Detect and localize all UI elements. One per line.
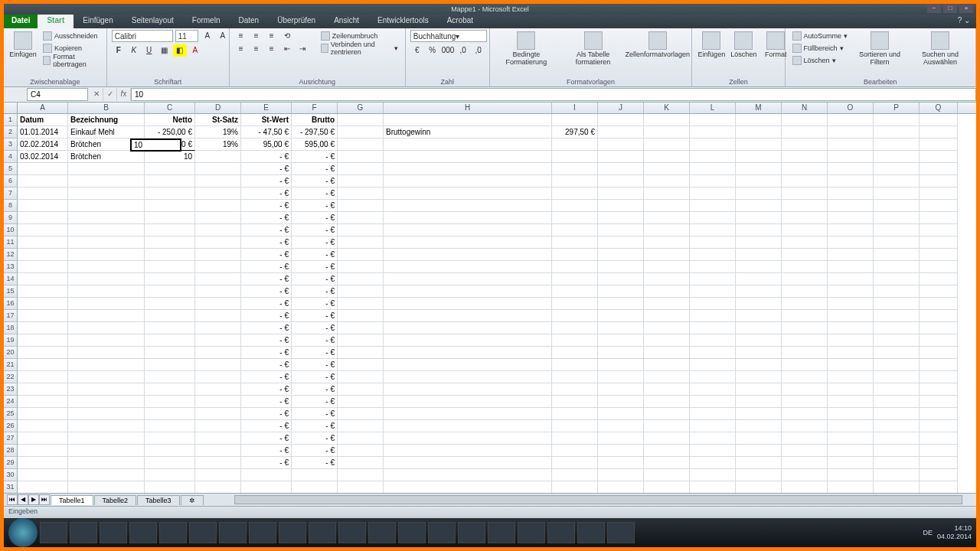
cell-L7[interactable] bbox=[690, 187, 736, 200]
cell-Q1[interactable] bbox=[920, 114, 958, 126]
cell-G23[interactable] bbox=[338, 383, 384, 396]
cell-C11[interactable] bbox=[145, 236, 195, 249]
cell-B5[interactable] bbox=[68, 163, 145, 175]
taskbar-app-icon[interactable] bbox=[338, 522, 366, 543]
cell-I28[interactable] bbox=[552, 445, 598, 457]
cell-N23[interactable] bbox=[782, 383, 828, 396]
cell-H15[interactable] bbox=[384, 285, 552, 298]
cell-E19[interactable]: - € bbox=[241, 334, 292, 347]
cell-N24[interactable] bbox=[782, 396, 828, 408]
cell-H13[interactable] bbox=[384, 261, 552, 273]
file-tab[interactable]: Datei bbox=[4, 15, 38, 28]
cell-E27[interactable]: - € bbox=[241, 432, 292, 445]
cell-P13[interactable] bbox=[874, 261, 920, 273]
cell-M30[interactable] bbox=[736, 469, 782, 481]
cell-F5[interactable]: - € bbox=[292, 163, 338, 175]
align-right-button[interactable]: ≡ bbox=[265, 43, 279, 55]
cell-E3[interactable]: 95,00 € bbox=[241, 139, 292, 151]
cell-D12[interactable] bbox=[195, 249, 241, 261]
cell-C4[interactable]: 10 bbox=[145, 151, 195, 163]
col-header-G[interactable]: G bbox=[338, 103, 384, 113]
cell-Q3[interactable] bbox=[920, 139, 958, 151]
cell-D15[interactable] bbox=[195, 285, 241, 298]
cell-D5[interactable] bbox=[195, 163, 241, 175]
cell-M29[interactable] bbox=[736, 457, 782, 469]
cell-G19[interactable] bbox=[338, 334, 384, 347]
cell-H21[interactable] bbox=[384, 359, 552, 371]
row-header[interactable]: 14 bbox=[4, 273, 18, 285]
cell-M12[interactable] bbox=[736, 249, 782, 261]
cell-F11[interactable]: - € bbox=[292, 236, 338, 249]
cell-A14[interactable] bbox=[18, 273, 68, 285]
cell-J27[interactable] bbox=[598, 432, 644, 445]
cell-G25[interactable] bbox=[338, 408, 384, 420]
col-header-M[interactable]: M bbox=[736, 103, 782, 113]
cell-F12[interactable]: - € bbox=[292, 249, 338, 261]
cut-button[interactable]: Ausschneiden bbox=[41, 30, 102, 41]
tray-lang[interactable]: DE bbox=[923, 529, 933, 536]
cell-J3[interactable] bbox=[598, 139, 644, 151]
cell-P12[interactable] bbox=[874, 249, 920, 261]
align-top-button[interactable]: ≡ bbox=[234, 30, 248, 42]
cell-F27[interactable]: - € bbox=[292, 432, 338, 445]
cell-A19[interactable] bbox=[18, 334, 68, 347]
cell-I26[interactable] bbox=[552, 420, 598, 432]
cell-G13[interactable] bbox=[338, 261, 384, 273]
thousands-button[interactable]: 000 bbox=[441, 44, 455, 57]
taskbar-app-icon[interactable] bbox=[577, 522, 605, 543]
cell-P2[interactable] bbox=[874, 126, 920, 139]
cell-B29[interactable] bbox=[68, 457, 145, 469]
cell-A24[interactable] bbox=[18, 396, 68, 408]
cell-G5[interactable] bbox=[338, 163, 384, 175]
cell-Q21[interactable] bbox=[920, 359, 958, 371]
cell-D14[interactable] bbox=[195, 273, 241, 285]
start-button[interactable] bbox=[8, 518, 38, 547]
cell-A5[interactable] bbox=[18, 163, 68, 175]
cell-I3[interactable] bbox=[552, 139, 598, 151]
cell-G16[interactable] bbox=[338, 298, 384, 310]
cell-L14[interactable] bbox=[690, 273, 736, 285]
cell-F13[interactable]: - € bbox=[292, 261, 338, 273]
cell-H9[interactable] bbox=[384, 212, 552, 224]
orientation-button[interactable]: ⟲ bbox=[280, 30, 294, 42]
fx-button[interactable]: fx bbox=[117, 88, 131, 101]
cell-K2[interactable] bbox=[644, 126, 690, 139]
cell-I12[interactable] bbox=[552, 249, 598, 261]
cell-K26[interactable] bbox=[644, 420, 690, 432]
cell-G18[interactable] bbox=[338, 322, 384, 334]
row-header[interactable]: 9 bbox=[4, 212, 18, 224]
cell-K16[interactable] bbox=[644, 298, 690, 310]
cell-N2[interactable] bbox=[782, 126, 828, 139]
cell-G10[interactable] bbox=[338, 224, 384, 236]
cell-A27[interactable] bbox=[18, 432, 68, 445]
cell-I13[interactable] bbox=[552, 261, 598, 273]
cell-O21[interactable] bbox=[828, 359, 874, 371]
select-all-corner[interactable] bbox=[4, 103, 18, 113]
cell-P11[interactable] bbox=[874, 236, 920, 249]
cell-P21[interactable] bbox=[874, 359, 920, 371]
cell-J26[interactable] bbox=[598, 420, 644, 432]
cell-E31[interactable] bbox=[241, 481, 292, 493]
cell-P14[interactable] bbox=[874, 273, 920, 285]
cell-J28[interactable] bbox=[598, 445, 644, 457]
cell-M21[interactable] bbox=[736, 359, 782, 371]
cell-O31[interactable] bbox=[828, 481, 874, 493]
cell-P10[interactable] bbox=[874, 224, 920, 236]
cell-B27[interactable] bbox=[68, 432, 145, 445]
tab-ueberpruefen[interactable]: Überprüfen bbox=[268, 15, 325, 28]
taskbar-app-icon[interactable] bbox=[129, 522, 157, 543]
cell-B10[interactable] bbox=[68, 224, 145, 236]
cell-Q20[interactable] bbox=[920, 347, 958, 359]
cell-K30[interactable] bbox=[644, 469, 690, 481]
cell-L25[interactable] bbox=[690, 408, 736, 420]
taskbar-app-icon[interactable] bbox=[279, 522, 306, 543]
cell-O17[interactable] bbox=[828, 310, 874, 322]
cell-K1[interactable] bbox=[644, 114, 690, 126]
cell-C3[interactable]: 500,00 € bbox=[145, 139, 195, 151]
cell-B22[interactable] bbox=[68, 371, 145, 383]
cell-D18[interactable] bbox=[195, 322, 241, 334]
cell-N18[interactable] bbox=[782, 322, 828, 334]
cell-K10[interactable] bbox=[644, 224, 690, 236]
cell-O19[interactable] bbox=[828, 334, 874, 347]
taskbar-app-icon[interactable] bbox=[488, 522, 515, 543]
